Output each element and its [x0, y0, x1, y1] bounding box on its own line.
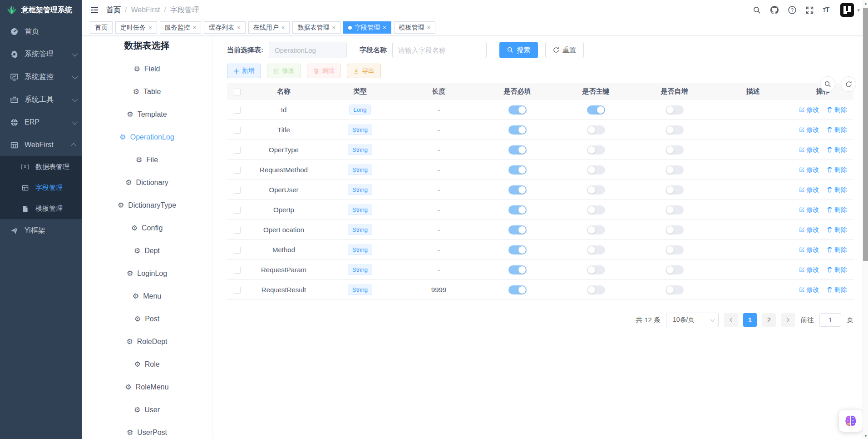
tree-item-dictionarytype[interactable]: ⚙DictionaryType: [82, 194, 212, 217]
sidebar-item-field-mgmt[interactable]: 字段管理: [0, 177, 82, 198]
row-checkbox[interactable]: [234, 107, 241, 114]
sidebar-item-table-mgmt[interactable]: (x) 数据表管理: [0, 156, 82, 177]
primary-key-switch[interactable]: [587, 105, 605, 115]
primary-key-switch[interactable]: [587, 165, 605, 175]
scrollbar-thumb[interactable]: [863, 8, 868, 261]
tab-template-mgmt[interactable]: 模板管理×: [394, 21, 436, 34]
row-checkbox[interactable]: [234, 187, 241, 194]
table-search-icon[interactable]: [820, 76, 835, 92]
row-checkbox[interactable]: [234, 207, 241, 214]
edit-link[interactable]: 修改: [799, 206, 819, 214]
close-icon[interactable]: ×: [148, 24, 152, 31]
required-switch[interactable]: [508, 225, 527, 234]
tab-service-monitor[interactable]: 服务监控×: [160, 21, 202, 34]
page-size-select[interactable]: 10条/页: [666, 313, 719, 327]
delete-link[interactable]: 删除: [827, 146, 847, 154]
auto-increment-switch[interactable]: [666, 145, 684, 155]
collapse-sidebar-icon[interactable]: [90, 6, 99, 14]
tree-item-roledept[interactable]: ⚙RoleDept: [82, 330, 212, 353]
delete-link[interactable]: 删除: [827, 226, 847, 234]
page-button-1[interactable]: 1: [743, 313, 757, 327]
close-icon[interactable]: ×: [427, 24, 431, 31]
sidebar-item-system-monitor[interactable]: 系统监控: [0, 65, 82, 88]
auto-increment-switch[interactable]: [666, 105, 684, 115]
primary-key-switch[interactable]: [587, 285, 605, 294]
close-icon[interactable]: ×: [332, 24, 335, 31]
auto-increment-switch[interactable]: [666, 125, 684, 135]
tab-table-mgmt[interactable]: 数据表管理×: [292, 21, 340, 34]
delete-link[interactable]: 删除: [827, 126, 847, 134]
primary-key-switch[interactable]: [587, 125, 605, 135]
primary-key-switch[interactable]: [587, 185, 605, 195]
required-switch[interactable]: [508, 285, 527, 294]
goto-page-input[interactable]: [819, 313, 841, 327]
edit-link[interactable]: 修改: [799, 146, 819, 154]
close-icon[interactable]: ×: [237, 24, 241, 31]
edit-button[interactable]: 修改: [267, 64, 301, 78]
auto-increment-switch[interactable]: [666, 225, 684, 234]
required-switch[interactable]: [508, 245, 527, 254]
close-icon[interactable]: ×: [383, 24, 386, 31]
tree-item-post[interactable]: ⚙Post: [82, 308, 212, 330]
tree-item-template[interactable]: ⚙Template: [82, 103, 212, 126]
sidebar-item-template-mgmt[interactable]: 模板管理: [0, 198, 82, 219]
sidebar-item-erp[interactable]: ERP: [0, 111, 82, 134]
field-name-input[interactable]: [392, 42, 487, 58]
refresh-icon[interactable]: [841, 76, 856, 92]
tree-item-dictionary[interactable]: ⚙Dictionary: [82, 171, 212, 194]
row-checkbox[interactable]: [234, 127, 241, 134]
tree-item-userpost[interactable]: ⚙UserPost: [82, 421, 212, 439]
delete-link[interactable]: 删除: [827, 106, 847, 114]
delete-link[interactable]: 删除: [827, 206, 847, 214]
row-checkbox[interactable]: [234, 267, 241, 274]
required-switch[interactable]: [508, 165, 527, 175]
tree-item-role[interactable]: ⚙Role: [82, 353, 212, 376]
breadcrumb-webfirst[interactable]: WebFirst: [131, 6, 160, 14]
tree-item-operationlog[interactable]: ⚙OperationLog: [82, 126, 212, 149]
delete-link[interactable]: 删除: [827, 266, 847, 274]
edit-link[interactable]: 修改: [799, 186, 819, 194]
delete-button[interactable]: 删除: [307, 64, 341, 78]
row-checkbox[interactable]: [234, 147, 241, 154]
tree-item-config[interactable]: ⚙Config: [82, 217, 212, 239]
sidebar-item-yi-framework[interactable]: Yi框架: [0, 219, 82, 242]
scroll-down-icon[interactable]: ▼: [863, 433, 868, 439]
search-icon[interactable]: [753, 6, 761, 14]
tab-home[interactable]: 首页: [90, 21, 113, 34]
delete-link[interactable]: 删除: [827, 166, 847, 174]
tab-field-mgmt[interactable]: 字段管理×: [343, 21, 391, 34]
auto-increment-switch[interactable]: [666, 185, 684, 195]
sidebar-item-home[interactable]: 首页: [0, 20, 82, 43]
primary-key-switch[interactable]: [587, 225, 605, 234]
ai-assistant-button[interactable]: [839, 410, 863, 432]
help-icon[interactable]: ?: [788, 6, 796, 14]
edit-link[interactable]: 修改: [799, 106, 819, 114]
current-table-input[interactable]: [269, 42, 347, 58]
tree-item-table[interactable]: ⚙Table: [82, 80, 212, 103]
required-switch[interactable]: [508, 205, 527, 215]
row-checkbox[interactable]: [234, 287, 241, 294]
edit-link[interactable]: 修改: [799, 286, 819, 294]
export-button[interactable]: 导出: [347, 64, 381, 78]
tab-timed-task[interactable]: 定时任务×: [115, 21, 157, 34]
delete-link[interactable]: 删除: [827, 186, 847, 194]
fullscreen-icon[interactable]: [806, 6, 814, 14]
delete-link[interactable]: 删除: [827, 246, 847, 254]
primary-key-switch[interactable]: [587, 145, 605, 155]
tree-item-file[interactable]: ⚙File: [82, 149, 212, 171]
sidebar-item-system-tools[interactable]: 系统工具: [0, 88, 82, 111]
prev-page-button[interactable]: [724, 313, 738, 327]
page-button-2[interactable]: 2: [762, 313, 776, 327]
search-button[interactable]: 搜索: [499, 42, 538, 58]
select-all-checkbox[interactable]: [234, 89, 241, 95]
auto-increment-switch[interactable]: [666, 245, 684, 254]
tree-item-field[interactable]: ⚙Field: [82, 58, 212, 80]
font-size-icon[interactable]: TT: [823, 6, 829, 14]
delete-link[interactable]: 删除: [827, 286, 847, 294]
edit-link[interactable]: 修改: [799, 226, 819, 234]
tab-cache-list[interactable]: 缓存列表×: [204, 21, 246, 34]
auto-increment-switch[interactable]: [666, 165, 684, 175]
primary-key-switch[interactable]: [587, 205, 605, 215]
primary-key-switch[interactable]: [587, 245, 605, 254]
required-switch[interactable]: [508, 105, 527, 115]
